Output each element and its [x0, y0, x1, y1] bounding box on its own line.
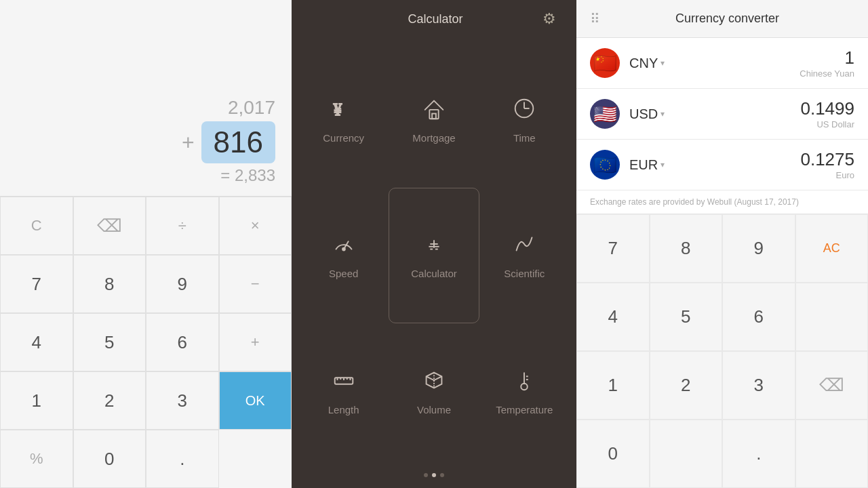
cny-code: CNY: [629, 56, 658, 71]
scientific-label: Scientific: [504, 268, 545, 279]
eur-code: EUR: [629, 157, 658, 173]
usd-value: 0.1499: [800, 98, 854, 119]
add-button[interactable]: +: [219, 313, 292, 371]
calc-current-row: + 816: [182, 121, 275, 163]
settings-icon[interactable]: ⚙: [542, 10, 556, 28]
three-button[interactable]: 3: [146, 371, 219, 430]
r-four[interactable]: 4: [576, 283, 650, 351]
speed-icon: [331, 231, 357, 261]
r-decimal[interactable]: .: [722, 420, 795, 488]
right-keypad: 7 8 9 AC 4 5 6 1 2 3 ⌫ 0 .: [576, 214, 868, 488]
usd-value-wrap: 0.1499 US Dollar: [800, 98, 854, 129]
svg-text:¥: ¥: [333, 100, 342, 118]
svg-rect-4: [432, 113, 436, 119]
middle-menu-panel: Calculator ⚙ ¥ Currency: [292, 0, 576, 488]
page-dots: [292, 466, 576, 488]
mortgage-icon: [421, 96, 447, 125]
cny-chevron-icon: ▾: [660, 58, 665, 68]
r-seven[interactable]: 7: [576, 214, 650, 283]
subtract-button[interactable]: −: [219, 255, 292, 313]
currency-item-usd[interactable]: 🇺🇸 USD ▾ 0.1499 US Dollar: [576, 89, 868, 140]
volume-label: Volume: [417, 404, 451, 415]
r-two[interactable]: 2: [650, 351, 723, 420]
menu-item-speed[interactable]: Speed: [298, 188, 389, 324]
menu-item-currency[interactable]: ¥ Currency: [298, 52, 389, 188]
usd-chevron-icon: ▾: [660, 109, 665, 119]
dot-2: [432, 473, 436, 477]
middle-header: Calculator ⚙: [292, 0, 576, 38]
cny-value: 1: [800, 47, 854, 68]
currency-icon: ¥: [331, 96, 357, 125]
svg-point-22: [521, 384, 528, 390]
menu-item-mortgage[interactable]: Mortgage: [389, 52, 479, 188]
dot-3: [440, 473, 444, 477]
divide-button[interactable]: ÷: [146, 197, 219, 255]
scientific-icon: [511, 231, 537, 261]
menu-item-scientific[interactable]: Scientific: [479, 188, 570, 324]
eight-button[interactable]: 8: [73, 255, 146, 313]
temperature-label: Temperature: [496, 404, 553, 415]
one-button[interactable]: 1: [0, 371, 73, 430]
eur-code-wrap: EUR ▾: [629, 157, 684, 173]
currency-list: 🇨🇳 CNY ▾ 1 Chinese Yuan 🇺🇸 USD ▾ 0.1499 …: [576, 38, 868, 214]
cny-name: Chinese Yuan: [800, 68, 854, 79]
r-ac[interactable]: AC: [795, 214, 869, 283]
eur-value-wrap: 0.1275 Euro: [800, 149, 854, 180]
r-empty-3: [795, 420, 869, 488]
length-icon: [331, 367, 357, 397]
usd-code-wrap: USD ▾: [629, 106, 684, 122]
r-eight[interactable]: 8: [650, 214, 723, 283]
r-nine[interactable]: 9: [722, 214, 795, 283]
calculator-title: Calculator: [328, 12, 542, 26]
two-button[interactable]: 2: [73, 371, 146, 430]
calculator-menu-grid: ¥ Currency Mortgage: [292, 38, 576, 466]
menu-item-calculator[interactable]: Calculator: [389, 188, 479, 324]
percent-button[interactable]: %: [0, 430, 73, 488]
decimal-button[interactable]: .: [146, 430, 219, 488]
usd-code: USD: [629, 106, 658, 122]
five-button[interactable]: 5: [73, 313, 146, 371]
grid-icon[interactable]: ⠿: [590, 11, 600, 27]
menu-item-temperature[interactable]: Temperature: [479, 323, 570, 460]
currency-item-cny[interactable]: 🇨🇳 CNY ▾ 1 Chinese Yuan: [576, 38, 868, 89]
menu-item-length[interactable]: Length: [298, 323, 389, 460]
calc-current-number: 816: [201, 121, 275, 163]
menu-item-volume[interactable]: Volume: [389, 323, 479, 460]
calc-display: 2,017 + 816 = 2,833: [0, 0, 292, 196]
clear-button[interactable]: C: [0, 197, 73, 255]
r-six[interactable]: 6: [722, 283, 795, 351]
speed-label: Speed: [329, 268, 358, 279]
r-zero[interactable]: 0: [576, 420, 650, 488]
calculator-label: Calculator: [411, 268, 457, 279]
backspace-button[interactable]: ⌫: [73, 197, 146, 255]
mortgage-label: Mortgage: [412, 132, 455, 144]
r-one[interactable]: 1: [576, 351, 650, 420]
left-calculator-panel: 2,017 + 816 = 2,833 C ⌫ ÷ × 7 8 9 − 4 5 …: [0, 0, 292, 488]
cny-value-wrap: 1 Chinese Yuan: [800, 47, 854, 79]
time-icon: [511, 96, 537, 125]
r-three[interactable]: 3: [722, 351, 795, 420]
four-button[interactable]: 4: [0, 313, 73, 371]
r-five[interactable]: 5: [650, 283, 723, 351]
currency-label: Currency: [323, 132, 364, 144]
calc-operator: +: [182, 130, 195, 155]
eur-value: 0.1275: [800, 149, 854, 170]
nine-button[interactable]: 9: [146, 255, 219, 313]
r-backspace[interactable]: ⌫: [795, 351, 869, 420]
currency-item-eur[interactable]: 🇪🇺 EUR ▾ 0.1275 Euro: [576, 140, 868, 190]
zero-button[interactable]: 0: [73, 430, 146, 488]
menu-item-time[interactable]: Time: [479, 52, 570, 188]
exchange-note: Exchange rates are provided by Webull (A…: [576, 190, 868, 214]
seven-button[interactable]: 7: [0, 255, 73, 313]
six-button[interactable]: 6: [146, 313, 219, 371]
temperature-icon: [511, 367, 537, 397]
currency-converter-title: Currency converter: [600, 12, 854, 26]
eur-name: Euro: [800, 170, 854, 180]
ok-button[interactable]: OK: [219, 371, 292, 430]
right-header: ⠿ Currency converter: [576, 0, 868, 38]
r-empty-1: [795, 283, 869, 351]
time-label: Time: [513, 132, 536, 144]
dot-1: [424, 473, 428, 477]
multiply-button[interactable]: ×: [219, 197, 292, 255]
length-label: Length: [328, 404, 359, 415]
